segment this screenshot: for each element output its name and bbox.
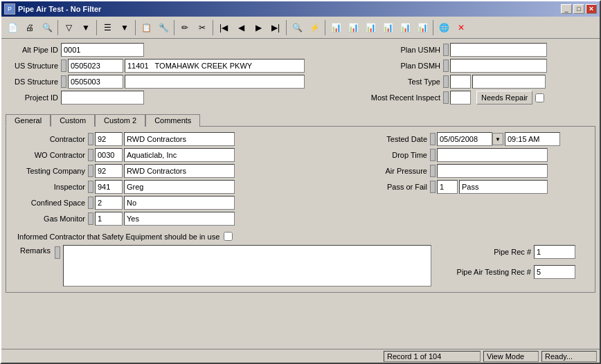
close-button[interactable]: ✕ <box>586 4 597 14</box>
tab-general[interactable]: General <box>6 114 51 127</box>
plan-usmh-input[interactable] <box>450 43 547 57</box>
tab-content-general: Contractor WO Contractor Testi <box>6 126 595 293</box>
sep6 <box>286 20 287 35</box>
ds-structure-input[interactable] <box>68 75 123 89</box>
first-button[interactable]: |◀ <box>215 19 232 36</box>
pass-or-fail-value-input[interactable] <box>459 180 548 194</box>
contractor-label: Contractor <box>12 135 88 143</box>
most-recent-indicator <box>443 91 449 104</box>
tested-date-input[interactable] <box>437 132 492 146</box>
tab-comments[interactable]: Comments <box>145 114 200 127</box>
tested-time-input[interactable] <box>505 132 560 146</box>
needs-repair-checkbox[interactable] <box>535 93 544 102</box>
general-right: Tested Date ▼ Drop Time <box>361 132 589 228</box>
sep3 <box>135 20 136 35</box>
gas-monitor-label: Gas Monitor <box>12 215 88 223</box>
chart6-button[interactable]: 📊 <box>414 19 431 36</box>
tested-date-dropdown[interactable]: ▼ <box>492 133 503 145</box>
wo-contractor-row: WO Contractor <box>12 148 350 162</box>
filter-opts-button[interactable]: ▼ <box>78 19 94 36</box>
sep8 <box>433 20 433 35</box>
contractor-name-input[interactable] <box>124 132 235 146</box>
test-type-name-input[interactable] <box>472 75 546 89</box>
exit-button[interactable]: ✕ <box>453 19 469 36</box>
tested-date-row: Tested Date ▼ <box>361 132 589 146</box>
pipe-air-testing-rec-input[interactable] <box>534 265 575 279</box>
informed-contractor-checkbox[interactable] <box>224 232 233 241</box>
inspector-row: Inspector <box>12 180 350 194</box>
project-id-input[interactable] <box>61 91 144 104</box>
view-button[interactable]: ☰ <box>99 19 116 36</box>
minimize-button[interactable]: _ <box>561 4 572 14</box>
chart2-button[interactable]: 📊 <box>345 19 361 36</box>
gas-monitor-code-input[interactable] <box>95 212 123 226</box>
prev-button[interactable]: ◀ <box>233 19 249 36</box>
tools-button[interactable]: 🔧 <box>155 19 172 36</box>
pipe-rec-input[interactable] <box>534 245 575 259</box>
air-pressure-indicator <box>430 165 436 177</box>
new-button[interactable]: 📄 <box>4 19 21 36</box>
test-type-code-input[interactable] <box>450 75 471 89</box>
ready-status: Ready... <box>541 351 597 362</box>
top-right-fields: Plan USMH Plan DSMH Test Type Most Rece <box>360 43 595 107</box>
testing-company-label: Testing Company <box>12 167 88 175</box>
inspector-name-input[interactable] <box>124 180 235 194</box>
plan-dsmh-input[interactable] <box>450 59 547 73</box>
sep1 <box>57 20 58 35</box>
remarks-left: Remarks <box>12 245 431 286</box>
wo-contractor-code-input[interactable] <box>95 148 123 162</box>
pipe-rec-container: Pipe Rec # Pipe Air Testing Rec # <box>437 245 589 286</box>
main-content: Alt Pipe ID US Structure DS Structure P <box>1 39 600 349</box>
testing-company-name-input[interactable] <box>124 164 235 178</box>
ds-structure-row: DS Structure <box>6 75 353 89</box>
testing-company-code-input[interactable] <box>95 164 123 178</box>
report-button[interactable]: 📋 <box>138 19 154 36</box>
tab-custom2[interactable]: Custom 2 <box>95 114 145 127</box>
globe-button[interactable]: 🌐 <box>436 19 452 36</box>
pass-or-fail-code-input[interactable] <box>437 180 458 194</box>
maximize-button[interactable]: □ <box>573 4 584 14</box>
last-button[interactable]: ▶| <box>267 19 284 36</box>
air-pressure-input[interactable] <box>437 164 548 178</box>
drop-time-row: Drop Time <box>361 148 589 162</box>
chart4-button[interactable]: 📊 <box>379 19 396 36</box>
remarks-textarea[interactable] <box>63 245 431 286</box>
ds-structure-name-input[interactable] <box>125 75 305 89</box>
link-button[interactable]: ⚡ <box>306 19 323 36</box>
project-id-row: Project ID <box>6 91 353 104</box>
us-structure-name-input[interactable] <box>125 59 305 73</box>
confined-space-row: Confined Space <box>12 196 350 210</box>
inspector-code-input[interactable] <box>95 180 123 194</box>
preview-button[interactable]: 🔍 <box>39 19 55 36</box>
chart5-button[interactable]: 📊 <box>397 19 413 36</box>
most-recent-row: Most Recent Inspect Needs Repair <box>360 91 595 104</box>
status-bar: Record 1 of 104 View Mode Ready... <box>1 349 600 363</box>
alt-pipe-id-input[interactable] <box>61 43 144 57</box>
us-structure-row: US Structure <box>6 59 353 73</box>
confined-space-code-input[interactable] <box>95 196 123 210</box>
drop-time-input[interactable] <box>437 148 548 162</box>
filter-button[interactable]: ▽ <box>60 19 77 36</box>
view-opts-button[interactable]: ▼ <box>116 19 133 36</box>
ds-structure-label: DS Structure <box>6 78 61 86</box>
needs-repair-button[interactable]: Needs Repair <box>476 91 532 104</box>
us-structure-input[interactable] <box>68 59 123 73</box>
wo-contractor-name-input[interactable] <box>124 148 235 162</box>
chart1-button[interactable]: 📊 <box>328 19 344 36</box>
confined-space-name-input[interactable] <box>124 196 235 210</box>
gas-monitor-name-input[interactable] <box>124 212 235 226</box>
cut-button[interactable]: ✂ <box>194 19 210 36</box>
toolbar: 📄 🖨 🔍 ▽ ▼ ☰ ▼ 📋 🔧 ✏ ✂ |◀ ◀ ▶ ▶| 🔍 ⚡ 📊 📊 … <box>1 17 600 39</box>
tab-custom[interactable]: Custom <box>51 114 95 127</box>
general-left: Contractor WO Contractor Testi <box>12 132 350 228</box>
most-recent-input[interactable] <box>450 91 471 104</box>
us-structure-indicator <box>61 60 66 72</box>
contractor-code-input[interactable] <box>95 132 123 146</box>
find-button[interactable]: 🔍 <box>289 19 305 36</box>
next-button[interactable]: ▶ <box>250 19 267 36</box>
remarks-indicator <box>55 246 60 259</box>
record-status: Record 1 of 104 <box>384 351 481 362</box>
chart3-button[interactable]: 📊 <box>362 19 379 36</box>
print-button[interactable]: 🖨 <box>21 19 38 36</box>
edit-button[interactable]: ✏ <box>177 19 193 36</box>
